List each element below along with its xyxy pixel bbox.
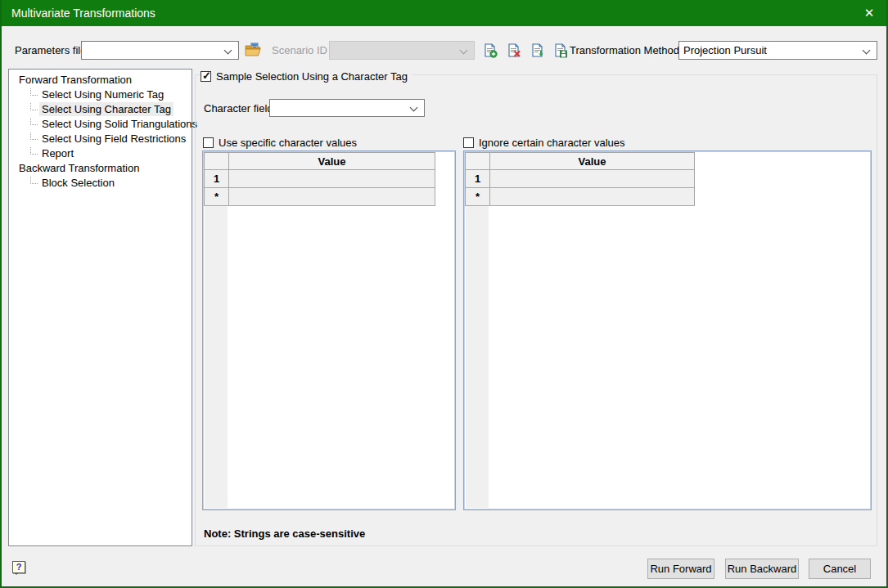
grid-corner-cell[interactable] [466,153,490,170]
tree-item-forward-transformation[interactable]: Forward Transformation [9,72,192,87]
window-title: Multivariate Transformations [11,0,156,26]
use-values-grid: Value 1 * [204,152,435,206]
add-scenario-button[interactable] [483,43,498,58]
value-column-header[interactable]: Value [229,153,435,170]
checkbox-checked-icon: ✓ [201,71,211,82]
sample-selection-checkbox[interactable]: ✓ Sample Selection Using a Character Tag [201,70,412,83]
close-button[interactable]: ✕ [850,0,888,26]
scenario-id-label: Scenario ID [272,44,327,57]
row-header-cell[interactable]: * [205,188,229,206]
tree-item-label: Report [39,146,76,160]
transformation-tree: Forward Transformation Select Using Nume… [8,69,192,546]
cancel-button[interactable]: Cancel [809,559,871,579]
tree-item-backward-transformation[interactable]: Backward Transformation [9,160,192,175]
use-specific-values-label: Use specific character values [219,137,357,149]
character-field-label: Character field [204,102,273,115]
value-cell[interactable] [229,170,435,188]
tree-item-label: Select Using Numeric Tag [39,88,166,101]
case-sensitive-note: Note: Strings are case-sensitive [204,527,365,540]
tree-connector [30,147,38,155]
tree-item-label: Block Selection [39,176,117,190]
table-row: 1 [205,170,435,188]
parameters-file-label: Parameters file [15,44,86,57]
chevron-down-icon [460,47,468,55]
document-delete-icon [507,43,521,58]
ignore-values-panel: Value 1 * [463,150,872,510]
load-scenario-button[interactable] [530,43,545,58]
table-row: * [205,188,435,206]
tree-item-report[interactable]: Report [9,146,192,160]
tree-item-label-selected: Select Using Character Tag [39,102,174,116]
save-scenario-button[interactable] [553,43,568,58]
tree-item-select-character-tag[interactable]: Select Using Character Tag [9,101,192,116]
value-cell[interactable] [490,170,695,188]
tree-item-select-numeric-tag[interactable]: Select Using Numeric Tag [9,87,192,101]
value-cell[interactable] [490,188,695,206]
open-file-button[interactable] [245,43,262,57]
checkbox-unchecked-icon [203,137,214,148]
run-backward-button[interactable]: Run Backward [725,559,799,579]
row-header-stripe [205,153,228,508]
dialog-window: Multivariate Transformations ✕ Parameter… [0,0,888,588]
table-row: 1 [466,170,695,188]
transformation-method-combobox[interactable]: Projection Pursuit [678,41,877,60]
title-bar: Multivariate Transformations ✕ [0,0,888,26]
document-down-icon [530,43,545,58]
use-values-panel: Value 1 * [202,150,456,510]
tree-item-block-selection[interactable]: Block Selection [9,175,192,190]
help-button[interactable]: ? [12,561,25,573]
transformation-method-value: Projection Pursuit [683,44,767,57]
row-header-cell[interactable]: * [466,188,490,206]
tree-item-select-solid-triangulations[interactable]: Select Using Solid Triangulations [9,116,192,131]
run-forward-button[interactable]: Run Forward [647,559,714,579]
tree-item-label: Forward Transformation [16,73,134,87]
chevron-down-icon [224,47,232,55]
scenario-id-combobox [329,41,475,60]
tree-item-label: Select Using Field Restrictions [39,132,188,146]
document-save-icon [553,43,568,58]
tree-connector [30,132,38,140]
row-header-cell[interactable]: 1 [205,170,229,188]
table-row: * [466,188,695,206]
ignore-values-checkbox[interactable]: Ignore certain character values [463,136,629,149]
row-header-cell[interactable]: 1 [466,170,490,188]
document-add-icon [483,43,498,58]
parameters-file-combobox[interactable] [81,41,239,60]
character-field-combobox[interactable] [269,99,425,117]
close-icon: ✕ [864,6,875,20]
ignore-values-label: Ignore certain character values [479,137,624,149]
tree-item-select-field-restrictions[interactable]: Select Using Field Restrictions [9,131,192,146]
chevron-down-icon [410,104,418,112]
tree-item-label: Select Using Solid Triangulations [39,117,200,131]
tree-connector [30,88,38,96]
tree-connector [30,118,38,125]
chevron-down-icon [863,47,871,55]
help-icon: ? [16,562,22,572]
transformation-method-label: Transformation Method [570,44,679,57]
open-folder-icon [245,43,262,57]
tree-connector [30,103,38,110]
value-cell[interactable] [229,188,435,206]
checkbox-unchecked-icon [463,137,474,148]
value-column-header[interactable]: Value [490,153,695,170]
ignore-values-grid: Value 1 * [465,152,695,206]
row-header-stripe [466,153,489,508]
use-specific-values-checkbox[interactable]: Use specific character values [203,136,362,149]
tree-item-label: Backward Transformation [16,161,142,175]
grid-corner-cell[interactable] [205,153,229,170]
sample-selection-label: Sample Selection Using a Character Tag [216,70,408,83]
tree-connector [30,177,38,184]
delete-scenario-button[interactable] [507,43,521,58]
